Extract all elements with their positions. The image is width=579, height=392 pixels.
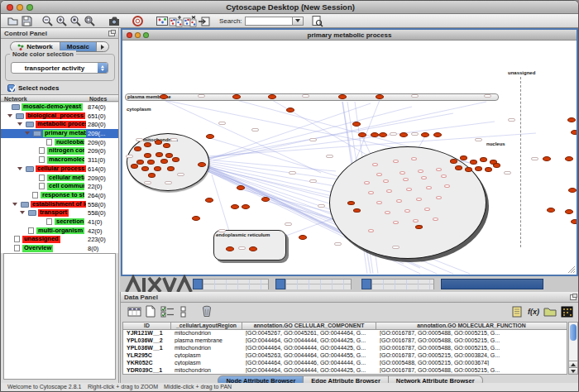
unassigned-node[interactable] — [571, 130, 577, 135]
scrollbar-thumb[interactable] — [570, 324, 577, 341]
snapshot-icon[interactable] — [107, 15, 121, 27]
membrane-node[interactable] — [232, 94, 241, 99]
membrane-node[interactable] — [268, 94, 276, 99]
new-attribute-icon[interactable] — [142, 304, 159, 319]
import-network-icon[interactable] — [197, 15, 211, 27]
table-scrollbar[interactable] — [568, 322, 578, 375]
cluster-node[interactable] — [485, 167, 492, 172]
table-cell[interactable]: YLR295C — [123, 352, 171, 358]
node-color-dropdown[interactable]: transporter activity — [11, 62, 108, 74]
nucleus-gene-node[interactable] — [403, 178, 409, 181]
nucleus-gene-node[interactable] — [441, 174, 447, 178]
table-cell[interactable]: [GO:0005488, GO:0005215, GO:0003674] — [376, 360, 567, 366]
cytoplasm-node[interactable] — [379, 132, 387, 137]
nucleus-gene-node[interactable] — [413, 219, 419, 222]
tree-row[interactable]: unassigned223(0) — [1, 235, 118, 244]
cluster-node[interactable] — [465, 167, 472, 172]
tree-row[interactable]: cell communicat22(0) — [1, 182, 118, 191]
minimized-window[interactable] — [371, 279, 434, 289]
mitochondrion-node[interactable] — [163, 143, 170, 148]
table-cell[interactable]: [GO:0016787, GO:0005488, GO:0005215, G..… — [376, 367, 567, 373]
tree-row[interactable]: establishment of lo558(0) — [1, 200, 118, 209]
cytoplasm-node[interactable] — [261, 197, 270, 202]
unassigned-node[interactable] — [565, 209, 573, 214]
tree-row[interactable]: primary metabo209(... — [1, 129, 118, 138]
tree-row[interactable]: mosaic-demo-yeast874(0) — [1, 103, 118, 112]
table-cell[interactable]: cytoplasm — [171, 360, 242, 366]
import-attributes-icon[interactable] — [542, 304, 558, 319]
minimized-window-selected[interactable] — [441, 279, 543, 289]
search-options-icon[interactable] — [310, 15, 324, 27]
merge-networks-icon[interactable] — [169, 15, 183, 27]
network-canvas[interactable]: plasma membrane cytoplasm mitochondrion … — [122, 41, 577, 275]
edit-notes-icon[interactable] — [509, 304, 525, 319]
table-cell[interactable]: [GO:0016787, GO:0005488, GO:0005215, G..… — [376, 337, 567, 343]
tree-row[interactable]: nitrogen compo209(0) — [1, 146, 118, 155]
unassigned-node[interactable] — [547, 208, 555, 213]
minimized-window-icon[interactable] — [361, 279, 371, 289]
cluster-node[interactable] — [475, 166, 482, 171]
cluster-node[interactable] — [470, 160, 477, 165]
nucleus-gene-node[interactable] — [436, 196, 442, 199]
cytoplasm-node[interactable] — [358, 132, 366, 137]
expander-icon[interactable] — [25, 131, 30, 135]
cytoplasm-node[interactable] — [205, 198, 213, 203]
nucleus-gene-node[interactable] — [383, 179, 389, 183]
cytoplasm-node[interactable] — [237, 185, 245, 190]
scroll-down-icon[interactable] — [569, 367, 577, 374]
nucleus-gene-node[interactable] — [411, 157, 417, 160]
nucleus-gene-node[interactable] — [444, 184, 450, 188]
tree-row[interactable]: response to stimulu264(0) — [1, 191, 118, 200]
nucleus-gene-node[interactable] — [406, 188, 412, 191]
table-cell[interactable]: cytoplasm — [171, 352, 242, 358]
membrane-node[interactable] — [338, 94, 347, 99]
expander-icon[interactable] — [20, 211, 25, 214]
unassigned-node[interactable] — [543, 156, 551, 161]
mitochondrion-node[interactable] — [165, 153, 173, 158]
table-row[interactable]: YKR052Ccytoplasm[GO:0044464, GO:0044446,… — [123, 360, 567, 367]
cytoplasm-node[interactable] — [192, 216, 200, 221]
nucleus-gene-node[interactable] — [376, 173, 382, 176]
tree-row[interactable]: Overview8(0) — [1, 244, 118, 253]
float-panel-icon[interactable] — [570, 294, 577, 300]
attribute-table[interactable]: ID_cellularLayoutRegionannotation.GO CEL… — [122, 322, 567, 375]
nucleus-gene-node[interactable] — [436, 168, 442, 171]
nucleus-gene-node[interactable] — [404, 209, 410, 213]
cytoplasm-node[interactable] — [352, 122, 361, 127]
table-cell[interactable]: mitochondrion — [171, 345, 242, 351]
nucleus-gene-node[interactable] — [400, 171, 405, 174]
tree-row[interactable]: nucleobase-c209(0) — [1, 138, 118, 147]
more-tabs-arrow[interactable] — [97, 42, 108, 51]
cytoplasm-node[interactable] — [198, 162, 206, 167]
plasma-membrane-region[interactable] — [125, 93, 499, 101]
help-icon[interactable] — [131, 15, 145, 27]
unassigned-node[interactable] — [565, 156, 573, 161]
table-cell[interactable]: [GO:0044464, GO:0044444, GO:0044425, G..… — [242, 367, 376, 373]
membrane-node[interactable] — [160, 94, 168, 99]
nucleus-gene-node[interactable] — [418, 170, 423, 173]
membrane-node[interactable] — [376, 94, 384, 99]
table-cell[interactable]: YJR121W__1 — [123, 330, 171, 336]
function-builder-icon[interactable]: f(x) — [525, 304, 542, 319]
mitochondrion-node[interactable] — [141, 166, 149, 171]
nucleus-gene-node[interactable] — [433, 218, 438, 221]
nucleus-gene-node[interactable] — [421, 176, 427, 179]
nucleus-gene-node[interactable] — [424, 208, 430, 211]
tree-row[interactable]: macromolecule311(0) — [1, 155, 118, 165]
nucleus-gene-node[interactable] — [426, 186, 432, 189]
table-cell[interactable]: mitochondrion — [171, 367, 242, 373]
table-column-header[interactable]: annotation.GO CELLULAR_COMPONENT — [242, 323, 376, 330]
expander-icon[interactable] — [12, 203, 17, 206]
zoom-selected-icon[interactable] — [69, 15, 83, 27]
nucleus-gene-node[interactable] — [396, 199, 402, 203]
zoom-out-icon[interactable] — [41, 15, 55, 27]
matrix-view-icon[interactable] — [558, 304, 575, 319]
table-cell[interactable]: [GO:0016787, GO:0005488, GO:0005215, G..… — [376, 330, 567, 336]
table-cell[interactable]: YPL036W__2 — [123, 337, 171, 343]
mitochondrion-node[interactable] — [156, 152, 163, 157]
attribute-checklist-icon[interactable] — [159, 304, 175, 319]
nucleus-gene-node[interactable] — [368, 229, 374, 232]
tree-row[interactable]: cellular metabo209(0) — [1, 174, 118, 183]
table-column-header[interactable]: ID — [123, 323, 171, 330]
search-input[interactable] — [245, 17, 293, 26]
